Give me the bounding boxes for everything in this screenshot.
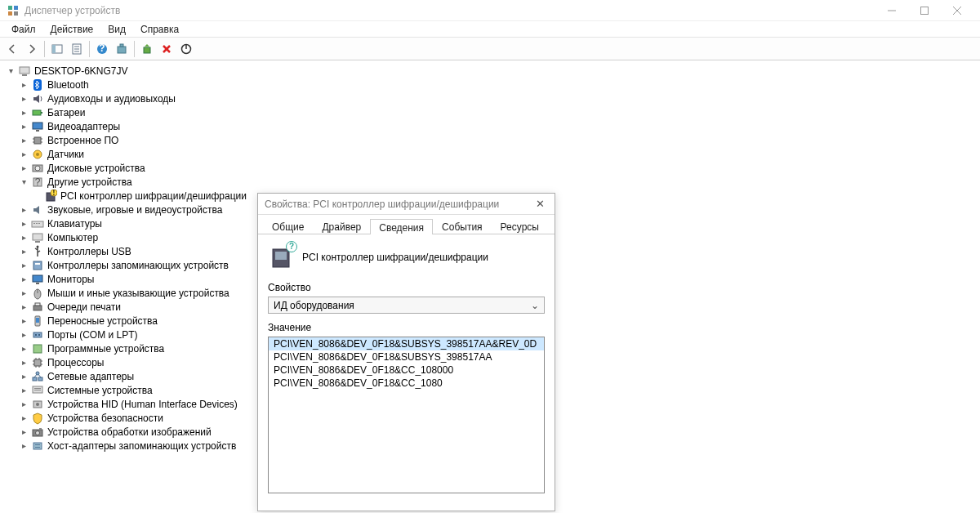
software-icon: [31, 342, 44, 355]
show-hide-console-tree-button[interactable]: [48, 40, 66, 58]
tree-category-label: Компьютер: [47, 232, 98, 243]
chevron-right-icon[interactable]: [18, 372, 29, 381]
titlebar: Диспетчер устройств: [0, 0, 980, 21]
property-combobox[interactable]: ИД оборудования: [268, 297, 545, 314]
chevron-right-icon[interactable]: [18, 386, 29, 395]
back-button[interactable]: [3, 40, 21, 58]
tab-0[interactable]: Общие: [263, 218, 313, 234]
chevron-right-icon[interactable]: [18, 163, 29, 172]
tree-category-label: Устройства безопасности: [47, 413, 163, 424]
tab-4[interactable]: Ресурсы: [492, 218, 548, 234]
svg-rect-5: [921, 7, 929, 14]
list-item[interactable]: PCI\VEN_8086&DEV_0F18&CC_1080: [269, 377, 544, 390]
svg-rect-85: [39, 428, 42, 430]
toolbar: ?: [0, 38, 980, 60]
tree-category[interactable]: ?Другие устройства: [0, 175, 980, 189]
tab-1[interactable]: Драйвер: [313, 218, 370, 234]
uninstall-device-button[interactable]: [158, 40, 176, 58]
tree-root[interactable]: DESKTOP-6KNG7JV: [0, 64, 980, 78]
chevron-right-icon[interactable]: [18, 316, 29, 325]
chevron-right-icon[interactable]: [18, 399, 29, 408]
chevron-right-icon[interactable]: [18, 344, 29, 353]
computer-icon: [18, 65, 31, 78]
chevron-right-icon[interactable]: [18, 233, 29, 242]
svg-point-84: [36, 430, 40, 435]
disable-device-button[interactable]: [177, 40, 195, 58]
property-combo-value: ИД оборудования: [274, 300, 354, 311]
chevron-right-icon[interactable]: [18, 413, 29, 422]
tree-category[interactable]: Датчики: [0, 147, 980, 161]
tree-category-label: Мониторы: [47, 274, 94, 285]
chevron-right-icon[interactable]: [18, 288, 29, 297]
printer-icon: [31, 301, 44, 314]
chevron-right-icon[interactable]: [18, 108, 29, 117]
chevron-right-icon[interactable]: [18, 122, 29, 131]
menu-file[interactable]: Файл: [5, 22, 42, 37]
chevron-right-icon[interactable]: [18, 358, 29, 367]
chevron-right-icon[interactable]: [18, 94, 29, 103]
chevron-right-icon[interactable]: [18, 149, 29, 158]
chevron-right-icon[interactable]: [18, 247, 29, 256]
cpu-icon: [31, 356, 44, 369]
chevron-right-icon[interactable]: [18, 330, 29, 339]
chevron-down-icon[interactable]: [18, 177, 29, 186]
svg-rect-52: [33, 275, 42, 282]
svg-point-49: [37, 245, 39, 248]
list-item[interactable]: PCI\VEN_8086&DEV_0F18&CC_108000: [269, 364, 544, 377]
menubar: Файл Действие Вид Справка: [0, 21, 980, 38]
tree-category-label: Датчики: [47, 149, 84, 160]
minimize-button[interactable]: [875, 0, 908, 21]
tab-3[interactable]: События: [433, 218, 492, 234]
chevron-down-icon[interactable]: [5, 66, 16, 75]
chevron-right-icon[interactable]: [18, 219, 29, 228]
dialog-titlebar[interactable]: Свойства: PCI контроллер шифрации/дешифр…: [258, 194, 555, 215]
properties-button[interactable]: [68, 40, 86, 58]
other-icon: ?: [31, 176, 44, 189]
computer-icon: [31, 231, 44, 244]
tree-category[interactable]: Bluetooth: [0, 78, 980, 91]
tree-category[interactable]: Аудиовходы и аудиовыходы: [0, 91, 980, 105]
chevron-right-icon[interactable]: [18, 205, 29, 214]
svg-rect-25: [33, 110, 41, 115]
tree-category[interactable]: Батареи: [0, 105, 980, 119]
keyboard-icon: [31, 217, 44, 230]
chevron-right-icon[interactable]: [18, 302, 29, 311]
chevron-right-icon[interactable]: [18, 441, 29, 450]
svg-rect-2: [8, 11, 12, 16]
tree-device-label: PCI контроллер шифрации/дешифрации: [60, 190, 247, 202]
value-listbox[interactable]: PCI\VEN_8086&DEV_0F18&SUBSYS_398517AA&RE…: [268, 337, 545, 493]
menu-help[interactable]: Справка: [134, 22, 185, 37]
scan-hardware-button[interactable]: [113, 40, 131, 58]
tree-category[interactable]: Видеоадаптеры: [0, 119, 980, 133]
tree-category[interactable]: Дисковые устройства: [0, 161, 980, 175]
svg-rect-26: [41, 112, 42, 114]
chevron-right-icon[interactable]: [18, 261, 29, 270]
tree-category-label: Очереди печати: [47, 301, 121, 313]
tree-category-label: Программные устройства: [47, 343, 164, 355]
menu-view[interactable]: Вид: [101, 22, 132, 37]
svg-rect-73: [33, 377, 37, 381]
display-icon: [31, 120, 44, 133]
chevron-right-icon[interactable]: [18, 427, 29, 436]
svg-rect-28: [36, 130, 39, 132]
chevron-right-icon[interactable]: [18, 274, 29, 283]
tree-category-label: Контроллеры USB: [47, 246, 131, 257]
dialog-close-button[interactable]: ✕: [532, 198, 548, 210]
tab-2[interactable]: Сведения: [370, 219, 433, 234]
forward-button[interactable]: [23, 40, 41, 58]
maximize-button[interactable]: [908, 0, 941, 21]
list-item[interactable]: PCI\VEN_8086&DEV_0F18&SUBSYS_398517AA: [269, 350, 544, 364]
chevron-right-icon[interactable]: [18, 80, 29, 89]
update-driver-button[interactable]: [138, 40, 156, 58]
dialog-body: ? PCI контроллер шифрации/дешифрации Сво…: [258, 234, 555, 503]
close-button[interactable]: [941, 0, 973, 21]
menu-action[interactable]: Действие: [44, 22, 100, 37]
help-button[interactable]: ?: [93, 40, 111, 58]
device-large-icon: ?: [268, 244, 294, 270]
tree-category[interactable]: Встроенное ПО: [0, 133, 980, 147]
window-controls: [875, 0, 973, 21]
audio-icon: [31, 92, 44, 105]
chevron-right-icon[interactable]: [18, 136, 29, 145]
svg-rect-22: [20, 67, 29, 74]
list-item[interactable]: PCI\VEN_8086&DEV_0F18&SUBSYS_398517AA&RE…: [269, 337, 544, 350]
